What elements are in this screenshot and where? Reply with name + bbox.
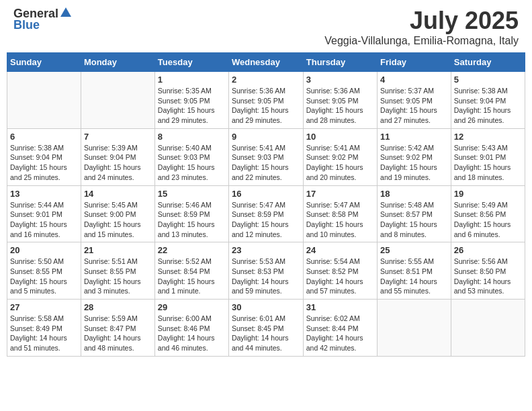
day-info: Sunrise: 5:36 AM Sunset: 9:05 PM Dayligh…: [232, 86, 300, 126]
calendar-cell: 7Sunrise: 5:39 AM Sunset: 9:04 PM Daylig…: [81, 128, 154, 185]
day-number: 30: [232, 302, 300, 312]
calendar-cell: 10Sunrise: 5:41 AM Sunset: 9:02 PM Dayli…: [303, 128, 377, 185]
day-info: Sunrise: 5:41 AM Sunset: 9:03 PM Dayligh…: [232, 143, 300, 183]
day-number: 6: [10, 132, 78, 142]
calendar-cell: 8Sunrise: 5:40 AM Sunset: 9:03 PM Daylig…: [154, 128, 228, 185]
day-info: Sunrise: 5:39 AM Sunset: 9:04 PM Dayligh…: [84, 143, 152, 183]
day-number: 27: [10, 302, 78, 312]
day-number: 5: [454, 75, 522, 85]
day-number: 21: [84, 245, 152, 255]
day-info: Sunrise: 5:47 AM Sunset: 8:58 PM Dayligh…: [306, 200, 374, 240]
calendar-cell: 30Sunrise: 6:01 AM Sunset: 8:45 PM Dayli…: [228, 300, 303, 357]
calendar-week-row: 6Sunrise: 5:38 AM Sunset: 9:04 PM Daylig…: [7, 128, 525, 185]
day-number: 16: [232, 189, 300, 199]
svg-marker-0: [60, 7, 71, 17]
calendar-cell: 15Sunrise: 5:46 AM Sunset: 8:59 PM Dayli…: [154, 185, 228, 242]
day-info: Sunrise: 5:51 AM Sunset: 8:55 PM Dayligh…: [84, 257, 152, 296]
calendar-cell: 6Sunrise: 5:38 AM Sunset: 9:04 PM Daylig…: [7, 128, 81, 185]
day-number: 14: [84, 189, 152, 199]
day-number: 26: [454, 245, 522, 255]
calendar-week-row: 27Sunrise: 5:58 AM Sunset: 8:49 PM Dayli…: [7, 300, 525, 357]
calendar-table: SundayMondayTuesdayWednesdayThursdayFrid…: [7, 52, 525, 357]
calendar-cell: 14Sunrise: 5:45 AM Sunset: 9:00 PM Dayli…: [81, 185, 154, 242]
calendar-cell: 29Sunrise: 6:00 AM Sunset: 8:46 PM Dayli…: [154, 300, 228, 357]
day-number: 17: [306, 189, 374, 199]
day-info: Sunrise: 5:52 AM Sunset: 8:54 PM Dayligh…: [158, 257, 226, 296]
day-number: 8: [158, 132, 226, 142]
day-info: Sunrise: 5:44 AM Sunset: 9:01 PM Dayligh…: [10, 200, 78, 240]
day-info: Sunrise: 6:00 AM Sunset: 8:46 PM Dayligh…: [158, 314, 226, 353]
day-info: Sunrise: 5:42 AM Sunset: 9:02 PM Dayligh…: [380, 143, 448, 183]
day-info: Sunrise: 6:02 AM Sunset: 8:44 PM Dayligh…: [306, 314, 374, 353]
day-number: 24: [306, 245, 374, 255]
month-title: July 2025: [324, 7, 519, 35]
day-number: 20: [10, 245, 78, 255]
calendar-cell: 4Sunrise: 5:37 AM Sunset: 9:05 PM Daylig…: [378, 72, 451, 129]
weekday-header: Wednesday: [228, 53, 303, 72]
calendar-cell: [378, 300, 451, 357]
calendar-cell: 3Sunrise: 5:36 AM Sunset: 9:05 PM Daylig…: [303, 72, 377, 129]
day-number: 9: [232, 132, 300, 142]
day-info: Sunrise: 5:55 AM Sunset: 8:51 PM Dayligh…: [380, 257, 448, 296]
calendar-cell: 1Sunrise: 5:35 AM Sunset: 9:05 PM Daylig…: [154, 72, 228, 129]
logo-blue-text: Blue: [13, 18, 40, 32]
day-number: 19: [454, 189, 522, 199]
location-title: Veggia-Villalunga, Emilia-Romagna, Italy: [324, 35, 519, 47]
calendar-week-row: 1Sunrise: 5:35 AM Sunset: 9:05 PM Daylig…: [7, 72, 525, 129]
calendar-cell: [7, 72, 81, 129]
day-info: Sunrise: 5:38 AM Sunset: 9:04 PM Dayligh…: [454, 86, 522, 126]
day-number: 23: [232, 245, 300, 255]
calendar-cell: 5Sunrise: 5:38 AM Sunset: 9:04 PM Daylig…: [451, 72, 525, 129]
calendar-cell: 11Sunrise: 5:42 AM Sunset: 9:02 PM Dayli…: [378, 128, 451, 185]
day-info: Sunrise: 5:38 AM Sunset: 9:04 PM Dayligh…: [10, 143, 78, 183]
weekday-header: Tuesday: [154, 53, 228, 72]
logo-icon: [59, 6, 73, 19]
calendar-cell: 17Sunrise: 5:47 AM Sunset: 8:58 PM Dayli…: [303, 185, 377, 242]
title-section: July 2025 Veggia-Villalunga, Emilia-Roma…: [324, 7, 519, 47]
day-info: Sunrise: 5:54 AM Sunset: 8:52 PM Dayligh…: [306, 257, 374, 296]
weekday-header: Friday: [378, 53, 451, 72]
calendar-cell: 21Sunrise: 5:51 AM Sunset: 8:55 PM Dayli…: [81, 242, 154, 300]
day-info: Sunrise: 5:37 AM Sunset: 9:05 PM Dayligh…: [380, 86, 448, 126]
day-number: 10: [306, 132, 374, 142]
calendar-cell: 27Sunrise: 5:58 AM Sunset: 8:49 PM Dayli…: [7, 300, 81, 357]
day-info: Sunrise: 5:49 AM Sunset: 8:56 PM Dayligh…: [454, 200, 522, 240]
day-number: 13: [10, 189, 78, 199]
calendar-cell: 26Sunrise: 5:56 AM Sunset: 8:50 PM Dayli…: [451, 242, 525, 300]
calendar-cell: [81, 72, 154, 129]
weekday-header: Monday: [81, 53, 154, 72]
calendar-cell: 2Sunrise: 5:36 AM Sunset: 9:05 PM Daylig…: [228, 72, 303, 129]
day-info: Sunrise: 5:56 AM Sunset: 8:50 PM Dayligh…: [454, 257, 522, 296]
calendar-cell: 25Sunrise: 5:55 AM Sunset: 8:51 PM Dayli…: [378, 242, 451, 300]
calendar-cell: 20Sunrise: 5:50 AM Sunset: 8:55 PM Dayli…: [7, 242, 81, 300]
day-info: Sunrise: 5:50 AM Sunset: 8:55 PM Dayligh…: [10, 257, 78, 296]
day-info: Sunrise: 5:41 AM Sunset: 9:02 PM Dayligh…: [306, 143, 374, 183]
day-number: 4: [380, 75, 448, 85]
day-info: Sunrise: 6:01 AM Sunset: 8:45 PM Dayligh…: [232, 314, 300, 353]
day-number: 12: [454, 132, 522, 142]
day-info: Sunrise: 5:46 AM Sunset: 8:59 PM Dayligh…: [158, 200, 226, 240]
day-number: 18: [380, 189, 448, 199]
day-number: 25: [380, 245, 448, 255]
logo: General Blue: [13, 7, 73, 32]
day-number: 7: [84, 132, 152, 142]
day-info: Sunrise: 5:58 AM Sunset: 8:49 PM Dayligh…: [10, 314, 78, 353]
calendar-cell: 22Sunrise: 5:52 AM Sunset: 8:54 PM Dayli…: [154, 242, 228, 300]
calendar-cell: [451, 300, 525, 357]
calendar-week-row: 20Sunrise: 5:50 AM Sunset: 8:55 PM Dayli…: [7, 242, 525, 300]
day-number: 22: [158, 245, 226, 255]
day-number: 15: [158, 189, 226, 199]
day-number: 11: [380, 132, 448, 142]
calendar-cell: 23Sunrise: 5:53 AM Sunset: 8:53 PM Dayli…: [228, 242, 303, 300]
calendar-cell: 9Sunrise: 5:41 AM Sunset: 9:03 PM Daylig…: [228, 128, 303, 185]
day-info: Sunrise: 5:35 AM Sunset: 9:05 PM Dayligh…: [158, 86, 226, 126]
calendar-cell: 31Sunrise: 6:02 AM Sunset: 8:44 PM Dayli…: [303, 300, 377, 357]
calendar-cell: 28Sunrise: 5:59 AM Sunset: 8:47 PM Dayli…: [81, 300, 154, 357]
day-number: 28: [84, 302, 152, 312]
calendar-cell: 16Sunrise: 5:47 AM Sunset: 8:59 PM Dayli…: [228, 185, 303, 242]
weekday-header: Saturday: [451, 53, 525, 72]
day-number: 2: [232, 75, 300, 85]
calendar-cell: 13Sunrise: 5:44 AM Sunset: 9:01 PM Dayli…: [7, 185, 81, 242]
day-info: Sunrise: 5:53 AM Sunset: 8:53 PM Dayligh…: [232, 257, 300, 296]
day-info: Sunrise: 5:59 AM Sunset: 8:47 PM Dayligh…: [84, 314, 152, 353]
